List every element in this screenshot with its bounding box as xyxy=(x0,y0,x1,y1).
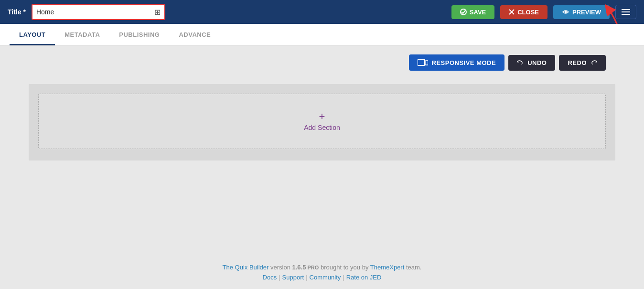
responsive-mode-button[interactable]: RESPONSIVE MODE xyxy=(409,54,505,71)
hamburger-icon xyxy=(622,9,630,15)
preview-icon xyxy=(562,9,569,15)
docs-link[interactable]: Docs xyxy=(263,274,277,281)
svg-rect-8 xyxy=(418,59,425,65)
svg-point-0 xyxy=(461,9,466,15)
redo-button[interactable]: REDO xyxy=(559,55,606,71)
save-icon xyxy=(460,9,467,15)
rate-jed-link[interactable]: Rate on JED xyxy=(346,274,382,281)
tab-layout[interactable]: LAYOUT xyxy=(10,25,55,45)
add-section-box[interactable]: + Add Section xyxy=(38,94,606,149)
community-link[interactable]: Community xyxy=(310,274,341,281)
add-section-label: Add Section xyxy=(304,124,340,131)
svg-rect-9 xyxy=(425,61,428,65)
tab-publishing[interactable]: PUBLISHING xyxy=(109,25,169,45)
redo-icon xyxy=(590,59,597,66)
add-section-plus-icon: + xyxy=(319,111,325,122)
title-input[interactable] xyxy=(36,8,151,16)
footer-version-text: The Quix Builder version 1.6.5 PRO broug… xyxy=(223,264,422,271)
theme-expert-link[interactable]: ThemeXpert xyxy=(370,264,405,271)
tab-advance[interactable]: ADVANCE xyxy=(169,25,220,45)
svg-point-3 xyxy=(565,11,567,13)
menu-button[interactable] xyxy=(615,5,636,19)
quix-builder-link[interactable]: The Quix Builder xyxy=(223,264,269,271)
title-input-wrapper: ⊞ xyxy=(32,4,165,20)
editor-toolbar: RESPONSIVE MODE UNDO REDO xyxy=(0,46,644,79)
tabs-bar: LAYOUT METADATA PUBLISHING ADVANCE xyxy=(0,24,644,46)
id-card-icon[interactable]: ⊞ xyxy=(154,8,161,17)
responsive-icon xyxy=(418,59,428,66)
footer: The Quix Builder version 1.6.5 PRO broug… xyxy=(0,256,644,289)
tab-metadata[interactable]: METADATA xyxy=(55,25,109,45)
undo-icon xyxy=(517,59,524,66)
close-button[interactable]: CLOSE xyxy=(500,5,547,19)
title-label: Title * xyxy=(8,8,26,16)
footer-links: Docs|Support|Community|Rate on JED xyxy=(263,274,382,281)
canvas-area: + Add Section xyxy=(0,79,644,165)
close-icon xyxy=(509,9,515,15)
header-bar: Title * ⊞ SAVE CLOSE PREVIEW xyxy=(0,0,644,24)
preview-button[interactable]: PREVIEW xyxy=(553,5,610,19)
save-button[interactable]: SAVE xyxy=(451,5,494,19)
canvas-inner: + Add Section xyxy=(29,84,615,161)
support-link[interactable]: Support xyxy=(282,274,304,281)
undo-button[interactable]: UNDO xyxy=(508,55,555,71)
